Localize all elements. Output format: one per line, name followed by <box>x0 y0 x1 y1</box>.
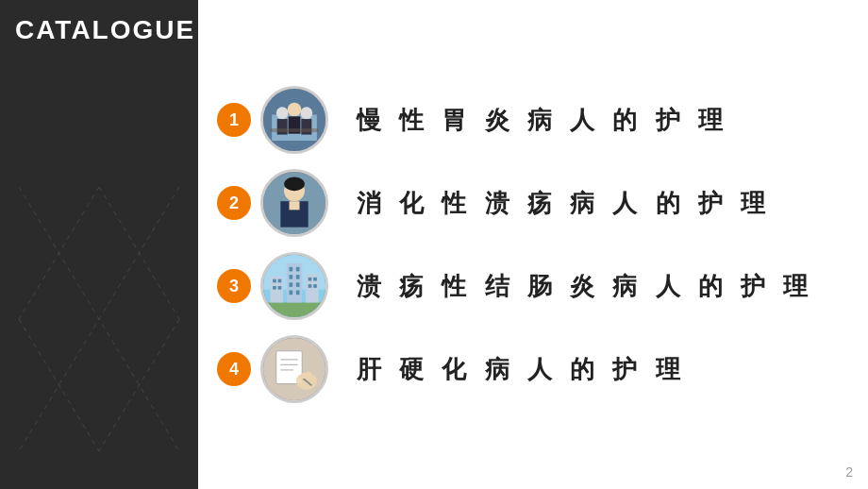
decorative-lines: .dl { stroke: #555; stroke-width: 1; str… <box>0 168 198 470</box>
svg-rect-31 <box>296 291 300 295</box>
svg-rect-34 <box>278 279 282 283</box>
svg-rect-18 <box>290 201 300 210</box>
svg-rect-33 <box>273 279 276 283</box>
item-image-1 <box>260 86 328 154</box>
svg-rect-9 <box>277 119 288 135</box>
svg-point-10 <box>288 103 302 117</box>
svg-point-19 <box>284 177 305 192</box>
svg-point-8 <box>276 107 289 119</box>
catalogue-item-3: 3 <box>217 252 830 320</box>
svg-rect-25 <box>296 267 300 272</box>
svg-rect-27 <box>296 275 300 279</box>
page-number: 2 <box>845 464 853 480</box>
svg-rect-24 <box>290 267 293 272</box>
svg-point-12 <box>300 107 312 119</box>
svg-rect-39 <box>313 278 317 281</box>
catalogue-items-wrapper: 1 <box>217 78 830 411</box>
svg-rect-40 <box>309 284 312 288</box>
item-text-1: 慢 性 胃 炎 病 人 的 护 理 <box>357 104 728 137</box>
svg-rect-36 <box>278 286 282 290</box>
svg-rect-13 <box>301 119 311 135</box>
svg-rect-29 <box>296 282 300 287</box>
svg-rect-28 <box>290 282 293 287</box>
svg-rect-23 <box>287 263 303 302</box>
number-badge-3: 3 <box>217 269 251 303</box>
item-image-4 <box>260 335 328 403</box>
svg-rect-14 <box>270 128 318 132</box>
slide-page: CATALOGUE .dl { stroke: #555; stroke-wid… <box>0 0 868 489</box>
svg-rect-26 <box>290 275 293 279</box>
catalogue-item-1: 1 <box>217 86 830 154</box>
svg-line-1 <box>19 187 179 451</box>
catalogue-title: CATALOGUE <box>15 15 195 45</box>
number-badge-2: 2 <box>217 186 251 220</box>
svg-rect-41 <box>313 284 317 288</box>
item-text-4: 肝 硬 化 病 人 的 护 理 <box>357 353 686 386</box>
catalogue-item-2: 2 消 化 性 溃 疡 病 人 的 护 理 <box>217 169 830 237</box>
item-image-2 <box>260 169 328 237</box>
item-text-2: 消 化 性 溃 疡 病 人 的 护 理 <box>357 187 771 220</box>
item-image-3 <box>260 252 328 320</box>
svg-rect-22 <box>263 302 326 317</box>
number-badge-1: 1 <box>217 103 251 137</box>
sidebar: CATALOGUE .dl { stroke: #555; stroke-wid… <box>0 0 198 489</box>
catalogue-item-4: 4 <box>217 335 830 403</box>
main-content: 1 <box>198 0 868 489</box>
svg-rect-38 <box>309 278 312 281</box>
svg-rect-30 <box>290 291 293 295</box>
item-text-3: 溃 疡 性 结 肠 炎 病 人 的 护 理 <box>357 270 813 303</box>
number-badge-4: 4 <box>217 352 251 386</box>
svg-rect-35 <box>273 286 276 290</box>
